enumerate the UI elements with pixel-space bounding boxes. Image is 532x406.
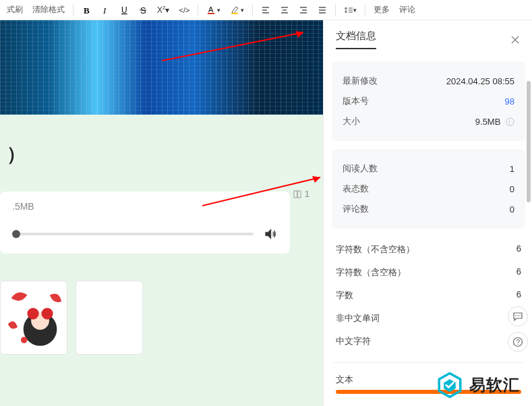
strikethrough-button[interactable]: S bbox=[134, 2, 152, 18]
info-icon[interactable]: i bbox=[506, 117, 514, 126]
hero-image bbox=[0, 20, 323, 115]
stat-row: 字符数（含空格）6 bbox=[333, 261, 524, 284]
label: 版本号 bbox=[343, 95, 369, 107]
chat-icon bbox=[512, 311, 523, 322]
doc-count-value: 1 bbox=[305, 189, 309, 199]
format-brush-button[interactable]: 式刷 bbox=[3, 2, 27, 18]
comment-button[interactable]: 评论 bbox=[395, 2, 419, 18]
separator bbox=[335, 5, 336, 16]
help-icon: ? bbox=[512, 337, 523, 347]
info-panel-title: 文档信息 bbox=[336, 30, 376, 49]
value: 9.5MB i bbox=[475, 117, 514, 127]
align-left-button[interactable] bbox=[257, 2, 274, 18]
align-justify-button[interactable] bbox=[314, 2, 331, 18]
heading-label: 标题 bbox=[333, 401, 524, 406]
book-icon bbox=[293, 190, 302, 199]
underline-button[interactable]: U bbox=[115, 2, 133, 18]
svg-text:A: A bbox=[208, 5, 214, 13]
main-area: ） 1 .5MB bbox=[0, 20, 532, 406]
svg-point-25 bbox=[27, 308, 38, 319]
audio-size: .5MB bbox=[12, 201, 278, 212]
document-title[interactable]: ） bbox=[0, 115, 323, 167]
scrollbar[interactable] bbox=[527, 81, 531, 202]
thumbnail[interactable] bbox=[76, 281, 143, 355]
align-center-button[interactable] bbox=[276, 2, 293, 18]
svg-point-36 bbox=[515, 315, 516, 316]
svg-point-26 bbox=[41, 308, 53, 319]
row-last-modified: 最新修改 2024.04.25 08:55 bbox=[343, 71, 514, 91]
row-comments: 评论数 0 bbox=[343, 199, 514, 219]
chat-button[interactable] bbox=[508, 306, 528, 326]
svg-point-37 bbox=[517, 315, 519, 316]
char-stats: 字符数（不含空格）6 字符数（含空格）6 字数6 非中文单词1 中文字符5 bbox=[332, 237, 525, 359]
label: 最新修改 bbox=[343, 75, 378, 87]
editor-area: ） 1 .5MB bbox=[0, 20, 323, 406]
label: 字符数（含空格） bbox=[336, 266, 406, 279]
separator bbox=[198, 5, 198, 16]
watermark-text: 易软汇 bbox=[469, 374, 520, 396]
value: 0 bbox=[510, 204, 514, 214]
audio-player[interactable] bbox=[12, 227, 278, 241]
text-color-button[interactable]: A▾ bbox=[202, 2, 225, 18]
value: 6 bbox=[516, 289, 521, 301]
align-right-button[interactable] bbox=[295, 2, 312, 18]
value: 0 bbox=[510, 184, 514, 194]
svg-rect-7 bbox=[231, 13, 238, 14]
label: 表态数 bbox=[343, 183, 369, 195]
label: 大小 bbox=[343, 115, 360, 127]
italic-button[interactable]: I bbox=[96, 2, 114, 18]
label: 中文字符 bbox=[336, 335, 371, 347]
row-readers: 阅读人数 1 bbox=[343, 158, 514, 179]
line-spacing-button[interactable]: ▾ bbox=[340, 2, 361, 18]
audio-card: .5MB bbox=[0, 192, 290, 254]
code-button[interactable]: </> bbox=[175, 2, 194, 18]
separator bbox=[365, 5, 365, 16]
svg-text:i: i bbox=[509, 118, 510, 125]
svg-rect-6 bbox=[208, 13, 214, 14]
info-panel: 文档信息 最新修改 2024.04.25 08:55 版本号 98 大小 9.5… bbox=[323, 20, 532, 406]
label: 非中文单词 bbox=[336, 312, 380, 324]
label: 字数 bbox=[336, 289, 353, 301]
close-button[interactable] bbox=[510, 35, 520, 45]
highlight-button[interactable]: ▾ bbox=[226, 2, 248, 18]
svg-text:?: ? bbox=[516, 339, 521, 346]
float-buttons: ? bbox=[508, 306, 528, 352]
close-icon bbox=[510, 35, 520, 45]
separator bbox=[73, 5, 73, 16]
label: 评论数 bbox=[343, 203, 369, 215]
info-header: 文档信息 bbox=[324, 30, 532, 57]
label: 字符数（不含空格） bbox=[336, 243, 415, 256]
version-link[interactable]: 98 bbox=[505, 96, 514, 107]
svg-text:B: B bbox=[84, 5, 90, 15]
value: 6 bbox=[516, 243, 521, 256]
stat-row: 字数6 bbox=[333, 284, 524, 307]
separator bbox=[252, 5, 253, 16]
thumbnail[interactable] bbox=[0, 281, 67, 355]
value: 6 bbox=[516, 266, 521, 279]
logo-icon bbox=[436, 371, 464, 399]
help-button[interactable]: ? bbox=[508, 332, 528, 352]
size-value: 9.5MB bbox=[475, 117, 501, 127]
value: 1 bbox=[510, 164, 514, 174]
doc-count: 1 bbox=[293, 189, 309, 199]
toolbar: 式刷 清除格式 B I U S X2▾ </> A▾ ▾ ▾ 更多 评论 bbox=[0, 0, 532, 20]
watermark: 易软汇 bbox=[436, 371, 520, 399]
svg-point-38 bbox=[519, 315, 521, 316]
svg-text:U: U bbox=[121, 5, 127, 15]
volume-icon[interactable] bbox=[263, 227, 278, 241]
svg-marker-31 bbox=[312, 176, 320, 183]
thumbnail-row bbox=[0, 281, 323, 355]
row-reactions: 表态数 0 bbox=[343, 179, 514, 199]
stat-row: 非中文单词1 bbox=[333, 307, 524, 330]
bold-button[interactable]: B bbox=[78, 2, 95, 18]
info-scroll[interactable]: 最新修改 2024.04.25 08:55 版本号 98 大小 9.5MB i bbox=[324, 57, 532, 406]
svg-point-27 bbox=[21, 337, 28, 343]
more-button[interactable]: 更多 bbox=[370, 2, 394, 18]
audio-track[interactable] bbox=[12, 233, 254, 235]
illustration-icon bbox=[5, 285, 63, 350]
superscript-button[interactable]: X2▾ bbox=[153, 2, 173, 18]
svg-text:I: I bbox=[102, 5, 107, 15]
stat-row: 中文字符5 bbox=[333, 330, 524, 353]
clear-format-button[interactable]: 清除格式 bbox=[28, 2, 69, 18]
row-version: 版本号 98 bbox=[343, 91, 514, 111]
